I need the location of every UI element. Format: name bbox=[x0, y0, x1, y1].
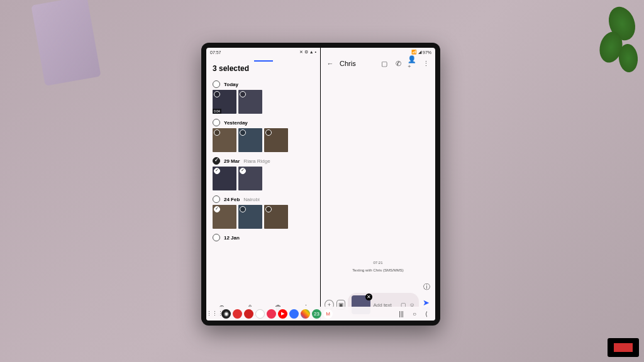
group-header[interactable]: 12 Jan bbox=[213, 234, 314, 241]
sms-notice: Texting with Chris (SMS/MMS) bbox=[352, 268, 403, 272]
taskbar-gmail[interactable]: M bbox=[323, 309, 333, 319]
group-location: Nairobi bbox=[243, 197, 259, 202]
select-day-checkbox[interactable] bbox=[213, 234, 220, 241]
photo-thumbnail[interactable] bbox=[238, 205, 262, 229]
thumbnail-row bbox=[213, 128, 314, 152]
video-call-icon[interactable]: ▢ bbox=[380, 59, 389, 68]
taskbar-app-2[interactable] bbox=[233, 309, 242, 319]
status-bar-right: 📶 ◢ 97% bbox=[321, 48, 435, 57]
status-bar-left: 07:57 ✕ ⚙ ▲ • bbox=[206, 48, 320, 57]
photo-thumbnail[interactable] bbox=[213, 205, 236, 229]
taskbar-app-4[interactable] bbox=[255, 309, 265, 319]
foldable-device: 07:57 ✕ ⚙ ▲ • 3 selected Today0:04Yester… bbox=[201, 43, 440, 326]
photo-thumbnail[interactable] bbox=[238, 167, 262, 190]
thumbnail-checkbox[interactable] bbox=[265, 206, 272, 212]
taskbar-app-6[interactable]: ▶ bbox=[278, 309, 287, 319]
group-date: Yesterday bbox=[224, 120, 248, 126]
photo-thumbnail[interactable] bbox=[238, 90, 262, 114]
photo-thumbnail[interactable] bbox=[238, 128, 262, 152]
taskbar-app-8[interactable] bbox=[301, 309, 310, 319]
group-header[interactable]: Yesterday bbox=[213, 119, 314, 126]
group-header[interactable]: Today bbox=[213, 80, 314, 88]
group-date: 29 Mar bbox=[224, 158, 240, 164]
desk-plant bbox=[587, 0, 644, 82]
photo-thumbnail[interactable] bbox=[264, 205, 288, 229]
thumbnail-checkbox[interactable] bbox=[214, 91, 220, 97]
nav-recent[interactable]: ||| bbox=[399, 310, 404, 317]
status-icons-right: 📶 ◢ 97% bbox=[411, 50, 431, 55]
taskbar-app-5[interactable] bbox=[267, 309, 276, 319]
selection-count: 3 selected bbox=[213, 64, 314, 73]
select-day-checkbox[interactable] bbox=[213, 80, 220, 88]
group-date: Today bbox=[224, 82, 238, 87]
thumbnail-checkbox[interactable] bbox=[240, 168, 246, 174]
photos-app-pane: 07:57 ✕ ⚙ ▲ • 3 selected Today0:04Yester… bbox=[206, 48, 321, 321]
group-header[interactable]: 24 FebNairobi bbox=[213, 195, 314, 203]
message-timestamp: 07:21 bbox=[373, 261, 382, 265]
photo-group: 29 MarRiara Ridge bbox=[206, 153, 320, 192]
conversation-body[interactable]: 07:21 Texting with Chris (SMS/MMS) bbox=[321, 70, 435, 282]
messages-app-pane: 📶 ◢ 97% ← Chris ▢ ✆ 👤⁺ ⋮ 07:21 Texting w… bbox=[321, 48, 435, 321]
group-location: Riara Ridge bbox=[243, 158, 270, 164]
back-icon[interactable]: ← bbox=[326, 59, 335, 68]
thumbnail-checkbox[interactable] bbox=[240, 129, 246, 136]
video-duration: 0:04 bbox=[213, 109, 221, 114]
select-day-checkbox[interactable] bbox=[213, 195, 220, 203]
status-icons-left: ✕ ⚙ ▲ • bbox=[299, 50, 316, 55]
send-icon: ➤ bbox=[423, 299, 430, 307]
photo-thumbnail[interactable] bbox=[213, 167, 236, 190]
remove-attachment-icon[interactable]: ✕ bbox=[365, 293, 372, 300]
thumbnail-row bbox=[213, 205, 314, 229]
select-day-checkbox[interactable] bbox=[213, 119, 220, 126]
info-icon[interactable]: ⓘ bbox=[423, 282, 430, 292]
more-icon[interactable]: ⋮ bbox=[421, 59, 430, 68]
thumbnail-checkbox[interactable] bbox=[265, 129, 272, 136]
thumbnail-row: 0:04 bbox=[213, 90, 314, 114]
photo-thumbnail[interactable]: 0:04 bbox=[213, 90, 236, 114]
voice-call-icon[interactable]: ✆ bbox=[394, 59, 402, 68]
clock: 07:57 bbox=[210, 50, 221, 55]
conversation-header: ← Chris ▢ ✆ 👤⁺ ⋮ bbox=[321, 57, 435, 70]
apps-icon[interactable]: ⋮⋮⋮ bbox=[210, 309, 219, 319]
thumbnail-checkbox[interactable] bbox=[214, 129, 220, 136]
taskbar-app-1[interactable]: ◉ bbox=[221, 309, 231, 319]
photo-groups[interactable]: Today0:04Yesterday29 MarRiara Ridge24 Fe… bbox=[206, 77, 320, 244]
photo-thumbnail[interactable] bbox=[213, 128, 236, 152]
contact-name[interactable]: Chris bbox=[340, 60, 375, 67]
nav-keys: ||| ○ ⟨ bbox=[399, 310, 428, 317]
photo-group: 12 Jan bbox=[206, 230, 320, 244]
taskbar-app-7[interactable] bbox=[289, 309, 299, 319]
add-person-icon[interactable]: 👤⁺ bbox=[408, 59, 416, 68]
nav-home[interactable]: ○ bbox=[413, 310, 416, 317]
thumbnail-checkbox[interactable] bbox=[214, 206, 220, 212]
photo-group: Yesterday bbox=[206, 115, 320, 153]
nav-back[interactable]: ⟨ bbox=[425, 310, 428, 317]
watermark-logo bbox=[608, 338, 639, 357]
thumbnail-checkbox[interactable] bbox=[240, 206, 246, 212]
desk-crystal bbox=[31, 0, 101, 86]
device-screen: 07:57 ✕ ⚙ ▲ • 3 selected Today0:04Yester… bbox=[206, 48, 435, 321]
accent-bar bbox=[254, 60, 273, 62]
taskbar: ⋮⋮⋮ ◉ ▶ 23 M ||| ○ ⟨ bbox=[206, 307, 435, 321]
taskbar-app-3[interactable] bbox=[244, 309, 253, 319]
thumbnail-checkbox[interactable] bbox=[214, 168, 220, 174]
photo-group: 24 FebNairobi bbox=[206, 192, 320, 230]
group-header[interactable]: 29 MarRiara Ridge bbox=[213, 157, 314, 165]
select-day-checkbox[interactable] bbox=[213, 157, 220, 165]
photo-group: Today0:04 bbox=[206, 77, 320, 115]
taskbar-app-9[interactable]: 23 bbox=[312, 309, 321, 319]
selection-header: 3 selected bbox=[206, 57, 320, 77]
thumbnail-checkbox[interactable] bbox=[240, 91, 246, 97]
group-date: 12 Jan bbox=[224, 235, 240, 241]
group-date: 24 Feb bbox=[224, 197, 240, 202]
photo-thumbnail[interactable] bbox=[264, 128, 288, 152]
thumbnail-row bbox=[213, 167, 314, 190]
